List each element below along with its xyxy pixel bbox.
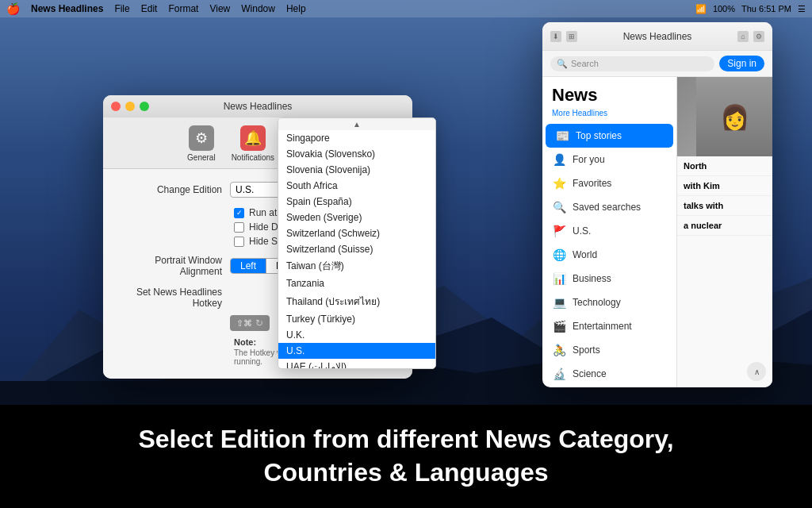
hotkey-box[interactable]: ⇧⌘ ↻ [230, 315, 270, 331]
wifi-icon: 📶 [695, 4, 707, 14]
nav-label: Sports [573, 344, 600, 356]
news-snippet[interactable]: talks with [677, 196, 772, 216]
nav-item-business[interactable]: 📊Business [542, 267, 676, 291]
nav-label: Science [573, 368, 607, 379]
run-at-start-checkbox[interactable]: ✓ [234, 208, 244, 218]
menu-window[interactable]: Window [241, 3, 275, 14]
prefs-window-title: News Headlines [224, 101, 293, 112]
align-left-button[interactable]: Left [231, 259, 266, 273]
news-snippet[interactable]: a nuclear [677, 216, 772, 236]
nav-icon: 🔍 [552, 201, 566, 214]
menu-format[interactable]: Format [168, 3, 198, 14]
nav-items-container: 📰Top stories👤For you⭐Favorites🔍Saved sea… [542, 124, 676, 386]
dropdown-item[interactable]: Switzerland (Schweiz) [278, 225, 435, 241]
dropdown-item[interactable]: U.K. [278, 327, 435, 343]
menu-extra-icon: ☰ [798, 4, 806, 14]
news-window: ⬇ ⊞ News Headlines ⌂ ⚙ 🔍 Search Sign in … [542, 22, 772, 387]
nav-icon: 🔬 [552, 368, 566, 380]
menubar-left: 🍎 News Headlines File Edit Format View W… [6, 2, 306, 15]
fullscreen-button[interactable] [140, 102, 149, 111]
nav-label: Business [573, 273, 611, 284]
battery-level: 100% [713, 4, 735, 13]
dropdown-item[interactable]: Switzerland (Suisse) [278, 241, 435, 257]
news-snippet[interactable]: North [677, 156, 772, 176]
news-snippet[interactable]: with Kim [677, 176, 772, 196]
nav-item-science[interactable]: 🔬Science [542, 362, 676, 386]
dropdown-item[interactable]: Spain (España) [278, 194, 435, 210]
dropdown-item[interactable]: UAE (الإمارات) [278, 359, 435, 368]
minimize-button[interactable] [125, 102, 135, 111]
nav-item-top-stories[interactable]: 📰Top stories [546, 124, 673, 148]
nav-label: Technology [573, 297, 621, 308]
settings-icon[interactable]: ⚙ [753, 31, 764, 42]
hotkey-label: Set News Headlines Hotkey [119, 287, 230, 309]
dropdown-item[interactable]: Thailand (ประเทศไทย) [278, 291, 435, 311]
traffic-lights [111, 102, 149, 111]
preferences-window: News Headlines ⚙ General 🔔 Notifications… [103, 95, 412, 379]
dropdown-item[interactable]: Tanzania [278, 275, 435, 291]
menu-help[interactable]: Help [286, 3, 306, 14]
scroll-up-button[interactable]: ∧ [747, 362, 766, 381]
notifications-label: Notifications [232, 153, 274, 162]
news-thumbnail: 👩 [677, 77, 772, 156]
nav-item-for-you[interactable]: 👤For you [542, 148, 676, 171]
more-headlines-link[interactable]: More Headlines [542, 109, 676, 124]
nav-item-entertainment[interactable]: 🎬Entertainment [542, 314, 676, 338]
refresh-icon[interactable]: ↻ [255, 318, 263, 329]
close-button[interactable] [111, 102, 121, 111]
nav-icon: 🌐 [552, 248, 566, 261]
search-box[interactable]: 🔍 Search [550, 56, 714, 71]
prefs-titlebar: News Headlines [103, 95, 412, 117]
dropdown-item[interactable]: Turkey (Türkiye) [278, 311, 435, 327]
dropdown-item[interactable]: Sweden (Sverige) [278, 210, 435, 225]
menu-edit[interactable]: Edit [141, 3, 158, 14]
nav-item-saved-searches[interactable]: 🔍Saved searches [542, 195, 676, 219]
news-snippets-container: Northwith Kimtalks witha nuclear [677, 156, 772, 236]
hide-status-bar-checkbox[interactable] [234, 237, 244, 247]
hide-dock-checkbox[interactable] [234, 222, 244, 233]
hotkey-value: ⇧⌘ [236, 318, 252, 329]
news-titlebar-icons: ⬇ ⊞ [550, 31, 577, 42]
bottom-bar: Select Edition from different News Categ… [0, 405, 812, 508]
dropdown-item[interactable]: Singapore [278, 130, 435, 146]
menubar: 🍎 News Headlines File Edit Format View W… [0, 0, 812, 17]
news-titlebar-right: ⌂ ⚙ [737, 31, 764, 42]
nav-icon: ⭐ [552, 177, 566, 190]
dropdown-item[interactable]: Slovakia (Slovensko) [278, 146, 435, 162]
news-sidebar: News More Headlines 📰Top stories👤For you… [542, 77, 677, 387]
toolbar-notifications[interactable]: 🔔 Notifications [232, 125, 274, 162]
sidebar-toggle-icon[interactable]: ⊞ [566, 31, 577, 42]
dropdown-item[interactable]: Taiwan (台灣) [278, 257, 435, 275]
home-icon[interactable]: ⌂ [737, 31, 749, 42]
toolbar-general[interactable]: ⚙ General [187, 125, 216, 162]
nav-item-favorites[interactable]: ⭐Favorites [542, 171, 676, 195]
dropdown-item[interactable]: U.S. [278, 343, 435, 359]
general-label: General [187, 153, 216, 162]
nav-item-sports[interactable]: 🚴Sports [542, 338, 676, 362]
search-placeholder: Search [571, 59, 599, 68]
nav-item-u.s.[interactable]: 🚩U.S. [542, 219, 676, 243]
snippet-name: talks with [684, 201, 723, 210]
snippet-name: North [684, 161, 707, 171]
nav-item-world[interactable]: 🌐World [542, 243, 676, 267]
dropdown-item[interactable]: South Africa [278, 178, 435, 194]
nav-item-technology[interactable]: 💻Technology [542, 291, 676, 314]
download-icon[interactable]: ⬇ [550, 31, 561, 42]
nav-icon: 🚩 [552, 225, 566, 237]
news-body: News More Headlines 📰Top stories👤For you… [542, 77, 772, 387]
news-search-bar: 🔍 Search Sign in [542, 51, 772, 77]
nav-icon: 🎬 [552, 320, 566, 333]
dropdown-scroll[interactable]: SingaporeSlovakia (Slovensko)Slovenia (S… [278, 130, 435, 368]
news-window-title: News Headlines [577, 31, 737, 42]
menu-file[interactable]: File [114, 3, 129, 14]
bottom-text-line1: Select Edition from different News Categ… [138, 423, 673, 456]
snippet-name: a nuclear [684, 221, 722, 230]
dropdown-item[interactable]: Slovenia (Slovenija) [278, 162, 435, 178]
apple-menu[interactable]: 🍎 [6, 2, 20, 15]
notifications-icon: 🔔 [240, 125, 266, 151]
sign-in-button[interactable]: Sign in [719, 56, 764, 71]
nav-label: World [573, 249, 597, 260]
bottom-text: Select Edition from different News Categ… [138, 423, 673, 489]
nav-icon: 📊 [552, 272, 566, 285]
menu-view[interactable]: View [209, 3, 230, 14]
